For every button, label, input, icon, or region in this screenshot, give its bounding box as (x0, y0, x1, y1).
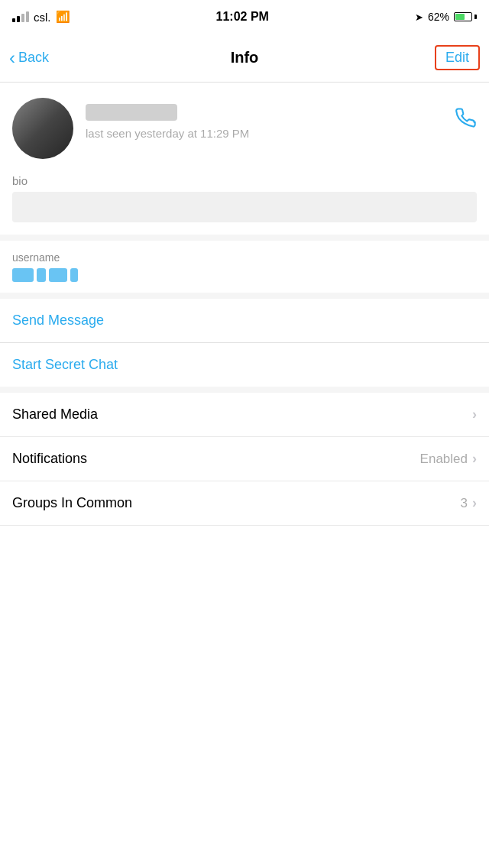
wifi-icon: 📶 (56, 10, 70, 24)
back-button[interactable]: ‹ Back (9, 47, 49, 69)
status-time: 11:02 PM (216, 10, 269, 24)
username-blur-4 (70, 268, 78, 282)
groups-in-common-chevron: › (472, 495, 477, 511)
groups-in-common-label: Groups In Common (12, 495, 132, 511)
carrier-label: csl. (34, 11, 51, 24)
profile-name-blurred (86, 104, 177, 121)
bio-label: bio (12, 174, 477, 187)
back-label: Back (18, 50, 49, 66)
location-icon: ➤ (415, 11, 423, 23)
groups-in-common-row[interactable]: Groups In Common 3 › (0, 481, 489, 526)
notifications-row[interactable]: Notifications Enabled › (0, 437, 489, 481)
battery-percent: 62% (428, 11, 449, 23)
section-divider-1 (0, 235, 489, 241)
action-section: Send Message Start Secret Chat (0, 299, 489, 387)
username-blur-3 (49, 268, 67, 282)
send-message-button[interactable]: Send Message (0, 299, 489, 343)
settings-section: Shared Media › Notifications Enabled › G… (0, 393, 489, 526)
signal-bars-icon (12, 11, 29, 22)
groups-in-common-value: 3 (461, 496, 468, 511)
status-bar: csl. 📶 11:02 PM ➤ 62% (0, 0, 489, 34)
username-section: username (0, 241, 489, 293)
username-value (12, 268, 477, 282)
bio-content (12, 192, 477, 222)
bio-section: bio (0, 159, 489, 235)
shared-media-row[interactable]: Shared Media › (0, 393, 489, 437)
username-label: username (12, 251, 477, 264)
shared-media-label: Shared Media (12, 406, 98, 423)
username-blur-2 (37, 268, 46, 282)
section-divider-3 (0, 387, 489, 393)
section-divider-2 (0, 293, 489, 299)
notifications-chevron: › (472, 451, 477, 467)
profile-info: last seen yesterday at 11:29 PM (86, 98, 455, 140)
status-right: ➤ 62% (415, 11, 477, 23)
groups-in-common-right: 3 › (461, 495, 477, 511)
notifications-label: Notifications (12, 451, 87, 467)
page-title: Info (231, 49, 259, 66)
shared-media-chevron: › (472, 406, 477, 423)
nav-bar: ‹ Back Info Edit (0, 34, 489, 83)
avatar (12, 98, 73, 159)
start-secret-chat-button[interactable]: Start Secret Chat (0, 343, 489, 387)
profile-section: last seen yesterday at 11:29 PM (0, 83, 489, 159)
notifications-value: Enabled (420, 452, 468, 467)
notifications-right: Enabled › (420, 451, 477, 467)
battery-icon (454, 12, 477, 21)
username-blur-1 (12, 268, 34, 282)
phone-icon[interactable] (455, 98, 477, 134)
shared-media-right: › (472, 406, 477, 423)
status-left: csl. 📶 (12, 10, 70, 24)
edit-button[interactable]: Edit (435, 45, 480, 70)
back-chevron-icon: ‹ (9, 47, 15, 69)
profile-status: last seen yesterday at 11:29 PM (86, 127, 455, 140)
